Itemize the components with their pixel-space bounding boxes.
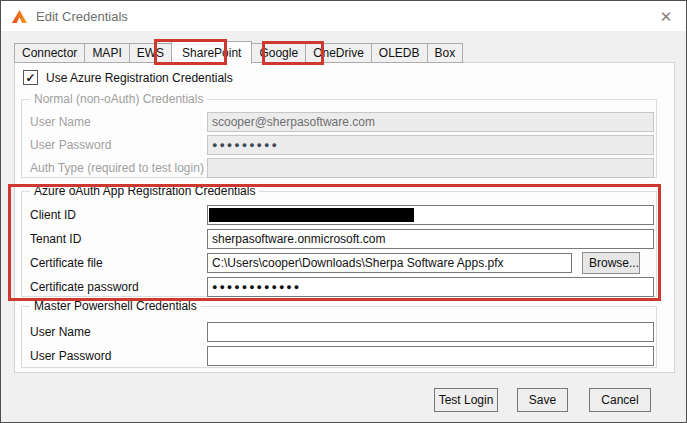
tenant-id-field[interactable]	[207, 229, 654, 249]
client-id-redaction-bar	[209, 208, 414, 222]
sherpa-logo-icon	[11, 9, 28, 24]
powershell-user-password-field[interactable]	[207, 346, 654, 366]
powershell-credentials-group: Master Powershell Credentials User Name …	[21, 306, 657, 368]
tab-sharepoint[interactable]: SharePoint	[171, 41, 252, 64]
powershell-user-password-label: User Password	[30, 349, 111, 363]
user-name-field	[207, 112, 654, 132]
user-password-field	[207, 135, 654, 155]
powershell-user-name-field[interactable]	[207, 322, 654, 342]
test-login-button[interactable]: Test Login	[434, 388, 498, 412]
certificate-password-field[interactable]	[207, 277, 654, 297]
client-id-label: Client ID	[30, 208, 76, 222]
browse-button[interactable]: Browse...	[582, 252, 640, 274]
certificate-file-label: Certificate file	[30, 256, 103, 270]
use-azure-credentials-checkbox[interactable]: ✓	[23, 70, 38, 85]
edit-credentials-dialog: Edit Credentials ✕ Connector MAPI EWS Sh…	[0, 0, 687, 423]
powershell-group-title: Master Powershell Credentials	[30, 299, 201, 313]
tab-strip: Connector MAPI EWS SharePoint Google One…	[14, 41, 462, 63]
tab-onedrive[interactable]: OneDrive	[305, 43, 372, 63]
use-azure-credentials-label[interactable]: Use Azure Registration Credentials	[46, 71, 233, 85]
auth-type-label: Auth Type (required to test login)	[30, 161, 204, 175]
auth-type-field	[207, 158, 654, 178]
tab-connector[interactable]: Connector	[14, 43, 85, 63]
azure-oauth-group-title: Azure oAuth App Registration Credentials	[30, 184, 259, 198]
certificate-password-label: Certificate password	[30, 280, 139, 294]
window-title: Edit Credentials	[36, 9, 128, 24]
tab-oledb[interactable]: OLEDB	[371, 43, 428, 63]
tenant-id-label: Tenant ID	[30, 232, 81, 246]
save-button[interactable]: Save	[517, 388, 568, 412]
tab-ews[interactable]: EWS	[129, 43, 172, 63]
normal-credentials-group: Normal (non-oAuth) Credentials User Name…	[21, 99, 657, 178]
powershell-user-name-label: User Name	[30, 325, 91, 339]
checkmark-icon: ✓	[25, 72, 35, 84]
tab-mapi[interactable]: MAPI	[84, 43, 129, 63]
close-icon: ✕	[660, 8, 673, 26]
tab-google[interactable]: Google	[251, 43, 306, 63]
tab-box[interactable]: Box	[427, 43, 464, 63]
user-name-label: User Name	[30, 115, 91, 129]
user-password-label: User Password	[30, 138, 111, 152]
certificate-file-field[interactable]	[207, 253, 572, 273]
normal-credentials-group-title: Normal (non-oAuth) Credentials	[30, 92, 207, 106]
use-azure-credentials-row: ✓ Use Azure Registration Credentials	[23, 70, 233, 85]
close-button[interactable]: ✕	[652, 5, 680, 28]
cancel-button[interactable]: Cancel	[589, 388, 651, 412]
title-bar: Edit Credentials ✕	[1, 1, 686, 31]
azure-oauth-group: Azure oAuth App Registration Credentials…	[21, 191, 657, 297]
